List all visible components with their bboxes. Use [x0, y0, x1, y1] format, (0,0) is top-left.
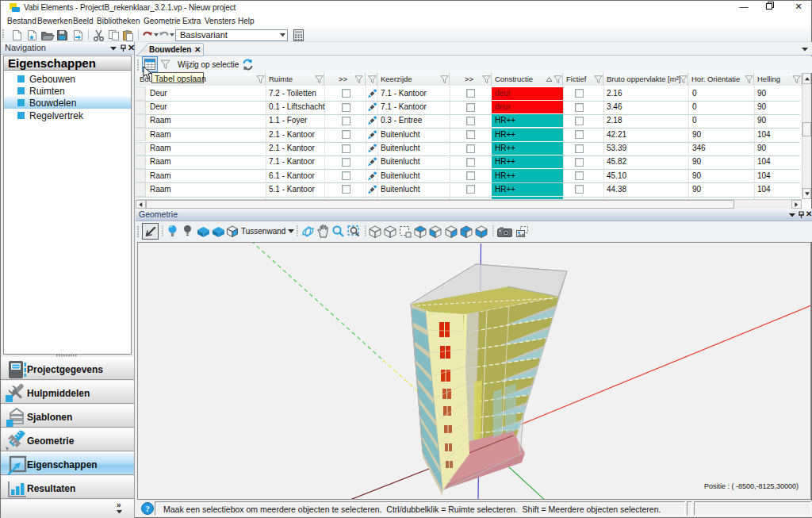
svg-text:Positie : ( -8500,-8125,30000): Positie : ( -8500,-8125,30000) — [704, 482, 799, 490]
svg-text:?: ? — [145, 504, 150, 513]
